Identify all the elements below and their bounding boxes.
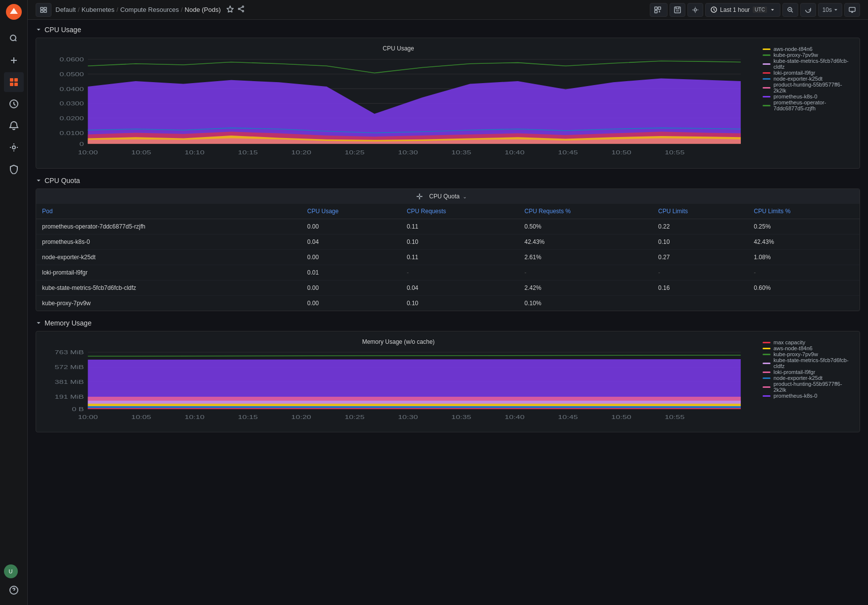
svg-point-16 [239,8,240,10]
table-row[interactable]: node-exporter-k25dt0.000.112.61%0.271.08… [36,250,860,265]
table-title-bar[interactable]: ✛ CPU Quota ⌄ [36,189,860,204]
legend-item[interactable]: prometheus-k8s-0 [763,393,850,399]
app-logo[interactable] [6,4,22,20]
svg-point-15 [242,10,244,12]
cpu-quota-section-title: CPU Quota [45,177,80,185]
refresh-rate-selector[interactable]: 10s [818,3,842,17]
zoom-out-button[interactable] [782,3,798,17]
table-row[interactable]: kube-state-metrics-5fcb7d6fcb-cldfz0.000… [36,280,860,296]
legend-item[interactable]: kube-proxy-7pv9w [763,52,850,58]
legend-item[interactable]: node-exporter-k25dt [763,76,850,82]
legend-item[interactable]: aws-node-t84n6 [763,46,850,52]
cpu-usage-svg: 0.0600 0.0500 0.0400 0.0300 0.0200 0.010… [40,54,757,163]
metric-cell: 0.25% [748,219,860,234]
legend-item[interactable]: loki-promtail-l9fgr [763,369,850,375]
svg-text:763 MiB: 763 MiB [55,350,84,355]
metric-cell: - [748,265,860,280]
cpu-quota-section-header[interactable]: CPU Quota [36,177,860,185]
col-header-cpu-requests-pct[interactable]: CPU Requests % [519,204,652,219]
svg-text:0 B: 0 B [72,407,84,412]
metric-cell: 1.08% [748,250,860,265]
svg-text:10:30: 10:30 [398,415,418,420]
cpu-chart-title: CPU Usage [40,42,757,54]
legend-item[interactable]: node-exporter-k25dt [763,375,850,381]
legend-item[interactable]: kube-state-metrics-5fcb7d6fcb-cldfz [763,58,850,70]
legend-item[interactable]: product-hunting-55b9577ff6-2k2lk [763,82,850,93]
cpu-quota-section: CPU Quota ✛ CPU Quota ⌄ Pod CPU Usage CP… [36,177,860,311]
sidebar-item-explore[interactable] [4,94,24,114]
metric-cell: 42.43% [748,234,860,250]
memory-usage-section-header[interactable]: Memory Usage [36,319,860,327]
col-header-cpu-limits[interactable]: CPU Limits [652,204,748,219]
svg-marker-68 [88,397,741,401]
sidebar-item-add[interactable] [4,50,24,70]
svg-text:10:05: 10:05 [131,415,151,420]
memory-usage-chart-panel: Memory Usage (w/o cache) 763 MiB 572 MiB [36,331,860,432]
table-row[interactable]: loki-promtail-l9fgr0.01---- [36,265,860,280]
collapse-icon-2 [36,178,42,184]
col-header-cpu-limits-pct[interactable]: CPU Limits % [748,204,860,219]
breadcrumb-kubernetes[interactable]: Kubernetes [82,6,115,13]
breadcrumb-default[interactable]: Default [55,6,76,13]
svg-text:10:15: 10:15 [238,150,258,156]
sidebar-item-settings[interactable] [4,138,24,157]
refresh-button[interactable] [800,3,816,17]
svg-text:10:15: 10:15 [238,415,258,420]
metric-cell: 0.11 [401,219,519,234]
metric-cell [748,296,860,311]
star-button[interactable] [227,5,234,14]
col-header-pod[interactable]: Pod [36,204,301,219]
legend-item[interactable]: product-hunting-55b9577ff6-2k2lk [763,381,850,393]
metric-cell: 2.61% [519,250,652,265]
memory-chart-area: Memory Usage (w/o cache) 763 MiB 572 MiB [36,331,860,432]
table-row[interactable]: kube-proxy-7pv9w0.000.100.10% [36,296,860,311]
sidebar-item-shield[interactable] [4,159,24,179]
sidebar-item-dashboards[interactable] [4,72,24,92]
metric-cell: 0.60% [748,280,860,296]
breadcrumb-current[interactable]: Node (Pods) [185,6,221,13]
legend-item[interactable]: max capacity [763,339,850,345]
cpu-usage-section-header[interactable]: CPU Usage [36,26,860,34]
metric-cell: 42.43% [519,234,652,250]
metric-cell: 0.27 [652,250,748,265]
svg-marker-71 [88,406,741,408]
tv-mode-button[interactable] [844,3,860,17]
legend-item[interactable]: loki-promtail-l9fgr [763,70,850,76]
time-range-label: Last 1 hour [720,6,750,13]
share-button[interactable] [238,5,244,14]
col-header-cpu-requests[interactable]: CPU Requests [401,204,519,219]
breadcrumb-compute[interactable]: Compute Resources [120,6,179,13]
save-button[interactable] [670,3,685,17]
menu-toggle-button[interactable] [36,3,51,17]
table-row[interactable]: prometheus-operator-7ddc6877d5-rzjfh0.00… [36,219,860,234]
metric-cell [652,296,748,311]
settings-button[interactable] [687,3,703,17]
legend-item[interactable]: prometheus-operator-7ddc6877d5-rzjfh [763,99,850,111]
svg-rect-2 [10,78,13,82]
memory-usage-legend: max capacityaws-node-t84n6kube-proxy-7pv… [757,335,856,428]
legend-item[interactable]: kube-proxy-7pv9w [763,351,850,357]
pod-name-cell: kube-state-metrics-5fcb7d6fcb-cldfz [36,280,301,296]
legend-item[interactable]: kube-state-metrics-5fcb7d6fcb-cldfz [763,357,850,369]
legend-item[interactable]: prometheus-k8s-0 [763,93,850,99]
add-panel-button[interactable] [650,3,668,17]
svg-text:10:55: 10:55 [665,415,684,420]
svg-text:10:45: 10:45 [558,415,578,420]
cpu-usage-chart: CPU Usage 0.0600 0.0500 [40,42,757,164]
svg-rect-19 [655,7,657,9]
col-header-cpu-usage[interactable]: CPU Usage [301,204,401,219]
svg-rect-26 [849,7,855,11]
table-row[interactable]: prometheus-k8s-00.040.1042.43%0.1042.43% [36,234,860,250]
svg-text:10:00: 10:00 [78,150,98,156]
svg-text:572 MiB: 572 MiB [55,365,84,370]
sidebar-item-alerting[interactable] [4,116,24,136]
time-range-selector[interactable]: Last 1 hour UTC [705,3,780,17]
sidebar-item-help[interactable] [4,580,24,600]
svg-text:10:25: 10:25 [344,415,364,420]
legend-item[interactable]: aws-node-t84n6 [763,345,850,351]
sidebar-item-search[interactable] [4,29,24,48]
svg-point-14 [242,6,244,7]
svg-rect-5 [14,83,18,86]
pod-name-cell: prometheus-k8s-0 [36,234,301,250]
avatar[interactable]: U [4,564,18,578]
